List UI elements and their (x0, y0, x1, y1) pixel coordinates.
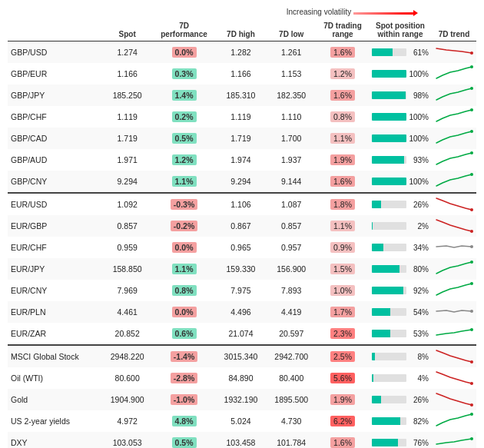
cell-trend (432, 367, 476, 389)
cell-high: 1.166 (216, 63, 267, 85)
cell-spot-position: 98% (369, 85, 432, 106)
cell-high: 84.890 (216, 367, 267, 389)
cell-trend (432, 63, 476, 85)
cell-trend (432, 193, 476, 215)
cell-spot: 1.166 (102, 63, 153, 85)
cell-range: 0.9% (317, 237, 369, 258)
table-row: EUR/PLN4.4610.0%4.4964.4191.7%54% (8, 301, 476, 323)
cell-spot: 1.719 (102, 128, 153, 149)
svg-point-12 (470, 310, 473, 313)
cell-range: 1.6% (317, 432, 369, 448)
table-row: GBP/AUD1.9711.2%1.9741.9371.9%93% (8, 149, 476, 171)
table-row: EUR/USD1.092-0.3%1.1061.0871.8%26% (8, 193, 476, 215)
cell-high: 103.458 (216, 432, 267, 448)
col-spot: Spot (102, 19, 153, 41)
cell-low: 9.144 (266, 171, 317, 193)
cell-range: 5.6% (317, 367, 369, 389)
cell-spot: 9.294 (102, 171, 153, 193)
cell-pair: GBP/CHF (8, 106, 102, 128)
cell-perf: 0.0% (153, 41, 216, 64)
cell-range: 1.9% (317, 389, 369, 410)
volatility-arrow (353, 12, 415, 15)
cell-trend (432, 41, 476, 64)
cell-trend (432, 237, 476, 258)
cell-pair: EUR/GBP (8, 215, 102, 237)
cell-range: 1.8% (317, 193, 369, 215)
cell-range: 2.3% (317, 323, 369, 345)
cell-perf: 0.0% (153, 301, 216, 323)
cell-pair: GBP/CNY (8, 171, 102, 193)
cell-spot-position: 93% (369, 149, 432, 171)
cell-pair: Gold (8, 389, 102, 410)
cell-spot: 1.092 (102, 193, 153, 215)
cell-spot-position: 53% (369, 323, 432, 345)
cell-pair: GBP/EUR (8, 63, 102, 85)
cell-spot: 103.053 (102, 432, 153, 448)
cell-low: 156.900 (266, 258, 317, 280)
cell-pair: MSCI Global Stock (8, 345, 102, 367)
svg-point-17 (470, 413, 473, 416)
cell-range: 1.6% (317, 85, 369, 106)
cell-spot: 1.971 (102, 149, 153, 171)
cell-range: 1.2% (317, 63, 369, 85)
cell-pair: GBP/AUD (8, 149, 102, 171)
svg-point-6 (470, 173, 473, 176)
cell-high: 1.106 (216, 193, 267, 215)
cell-low: 101.784 (266, 432, 317, 448)
cell-spot: 4.461 (102, 301, 153, 323)
cell-spot: 4.972 (102, 410, 153, 432)
cell-spot-position: 100% (369, 106, 432, 128)
cell-spot: 80.600 (102, 367, 153, 389)
col-trend: 7D trend (432, 19, 476, 41)
cell-high: 1.974 (216, 149, 267, 171)
svg-point-10 (470, 261, 473, 264)
cell-trend (432, 323, 476, 345)
cell-pair: Oil (WTI) (8, 367, 102, 389)
cell-high: 4.496 (216, 301, 267, 323)
cell-spot: 20.852 (102, 323, 153, 345)
cell-pair: EUR/USD (8, 193, 102, 215)
table-header-row: Spot 7Dperformance 7D high 7D low 7D tra… (8, 19, 476, 41)
cell-high: 1.119 (216, 106, 267, 128)
svg-point-5 (470, 151, 473, 154)
cell-trend (432, 258, 476, 280)
cell-low: 1.110 (266, 106, 317, 128)
cell-range: 1.1% (317, 128, 369, 149)
cell-spot-position: 100% (369, 128, 432, 149)
cell-spot: 7.969 (102, 280, 153, 301)
cell-low: 1.153 (266, 63, 317, 85)
cell-high: 3015.340 (216, 345, 267, 367)
table-row: GBP/JPY185.2501.4%185.310182.3501.6%98% (8, 85, 476, 106)
svg-point-8 (470, 230, 473, 233)
col-range: 7D tradingrange (317, 19, 369, 41)
cell-perf: 0.8% (153, 280, 216, 301)
cell-pair: EUR/PLN (8, 301, 102, 323)
cell-spot-position: 80% (369, 258, 432, 280)
cell-perf: -1.4% (153, 345, 216, 367)
svg-point-18 (470, 437, 473, 440)
cell-pair: EUR/CHF (8, 237, 102, 258)
cell-pair: DXY (8, 432, 102, 448)
cell-perf: -1.0% (153, 389, 216, 410)
cell-spot-position: 34% (369, 237, 432, 258)
svg-point-15 (470, 382, 473, 385)
cell-pair: EUR/JPY (8, 258, 102, 280)
svg-point-16 (470, 403, 473, 407)
table-row: GBP/CAD1.7190.5%1.7191.7001.1%100% (8, 128, 476, 149)
cell-low: 0.957 (266, 237, 317, 258)
cell-spot-position: 100% (369, 171, 432, 193)
cell-low: 4.730 (266, 410, 317, 432)
cell-high: 1.282 (216, 41, 267, 64)
table-row: GBP/USD1.2740.0%1.2821.2611.6%61% (8, 41, 476, 64)
cell-low: 1.937 (266, 149, 317, 171)
cell-low: 4.419 (266, 301, 317, 323)
cell-high: 5.024 (216, 410, 267, 432)
table-row: GBP/CNY9.2941.1%9.2949.1441.6%100% (8, 171, 476, 193)
table-row: EUR/ZAR20.8520.6%21.07420.5972.3%53% (8, 323, 476, 345)
cell-high: 185.310 (216, 85, 267, 106)
main-table: Spot 7Dperformance 7D high 7D low 7D tra… (8, 19, 476, 448)
cell-low: 2942.700 (266, 345, 317, 367)
cell-range: 1.6% (317, 41, 369, 64)
cell-perf: 0.5% (153, 432, 216, 448)
table-row: Oil (WTI)80.600-2.8%84.89080.4005.6%4% (8, 367, 476, 389)
